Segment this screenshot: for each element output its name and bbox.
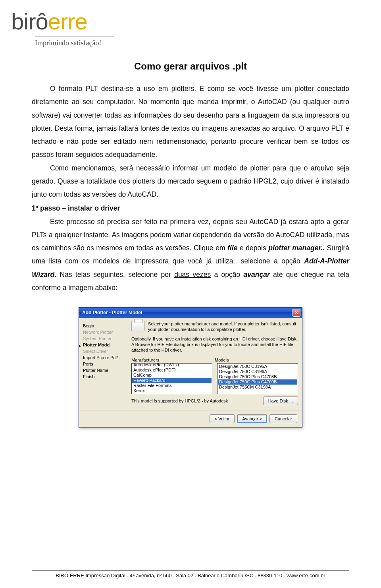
- manufacturer-row[interactable]: Autodesk ePlot (PDF): [132, 368, 212, 373]
- label-models: Models: [215, 358, 298, 362]
- tagline: Imprimindo satisfação!: [35, 39, 370, 47]
- document-body: Como gerar arquivos .plt O formato PLT d…: [0, 50, 381, 427]
- model-row[interactable]: DesignJet 755CM C3198A: [218, 385, 297, 390]
- printer-icon: [131, 321, 145, 331]
- supported-text: This model is supported by HPGL/2 - by A…: [131, 398, 228, 403]
- dialog-footer: < Voltar Avançar > Cancelar: [79, 410, 302, 427]
- dialog-main: Select your plotter manufacturer and mod…: [131, 321, 298, 405]
- manufacturer-row[interactable]: Autodesk ePlot (DWFx): [132, 363, 212, 368]
- menu-plotter-manager: plotter manager..: [268, 244, 327, 252]
- p3-d: a opção: [211, 271, 243, 279]
- model-row[interactable]: DesignJet 750C Plus C4709B: [218, 379, 297, 385]
- cancel-button[interactable]: Cancelar: [269, 414, 297, 423]
- step-title: 1º passo – instalar o driver: [32, 202, 349, 215]
- step-begin: Begin: [83, 323, 127, 329]
- page-footer: BIRÔ ERRE Impressão Digital . 4ª avenida…: [32, 571, 349, 578]
- model-row[interactable]: DesignJet 750C C3196A: [218, 369, 297, 374]
- footer-rule: [32, 571, 349, 571]
- manufacturer-row[interactable]: Xerox: [132, 388, 212, 393]
- option-avancar: avançar: [244, 271, 270, 279]
- have-disk-button[interactable]: Have Disk ...: [263, 397, 298, 405]
- close-icon: ×: [295, 310, 298, 315]
- model-row[interactable]: DesignJet 750C C3195A: [218, 364, 297, 369]
- step-network-plotter: Network Plotter: [83, 329, 127, 335]
- add-plotter-dialog: Add Plotter - Plotter Model × Begin Netw…: [79, 307, 302, 427]
- page-title: Como gerar arquivos .plt: [32, 61, 349, 72]
- p3-mid: e depois: [237, 244, 268, 252]
- logo: birôerre: [11, 8, 370, 35]
- step-ports: Ports: [83, 361, 127, 367]
- dialog-message-2: Optionally, if you have an installation …: [131, 336, 298, 353]
- step-import-pcp: Import Pcp or Pc2: [83, 354, 127, 361]
- dialog-title: Add Plotter - Plotter Model: [82, 310, 142, 315]
- step-system-printer: System Printer: [83, 335, 127, 342]
- wizard-steps: Begin Network Plotter System Printer Plo…: [83, 321, 127, 405]
- manufacturer-row[interactable]: Raster File Formats: [132, 383, 212, 388]
- paragraph-1: O formato PLT destina-se a uso em plotte…: [32, 82, 349, 162]
- dialog-titlebar[interactable]: Add Plotter - Plotter Model ×: [79, 308, 302, 318]
- manufacturers-listbox[interactable]: Autodesk ePlot (DWF)Autodesk ePlot (DWFx…: [131, 363, 212, 394]
- paragraph-2: Como mencionamos, será necessário inform…: [32, 162, 349, 201]
- manufacturer-row[interactable]: CalComp: [132, 373, 212, 378]
- next-button[interactable]: Avançar >: [237, 414, 267, 423]
- document-header: birôerre Imprimindo satisfação!: [0, 0, 381, 50]
- p3-c: . Nas telas seguintes, selecione por: [54, 271, 174, 279]
- footer-text: BIRÔ ERRE Impressão Digital . 4ª avenida…: [32, 573, 349, 578]
- logo-rule: [35, 36, 114, 37]
- step-select-driver: Select Driver: [83, 348, 127, 354]
- manufacturer-row[interactable]: Hewlett-Packard: [132, 378, 212, 383]
- step-finish: Finish: [83, 373, 127, 380]
- paragraph-3: Este processo só precisa ser feito na pr…: [32, 215, 349, 295]
- twice-underline: duas vezes: [174, 271, 211, 279]
- back-button[interactable]: < Voltar: [210, 414, 235, 423]
- step-plotter-name: Plotter Name: [83, 367, 127, 373]
- model-row[interactable]: DesignJet 750C Plus C4708B: [218, 374, 297, 379]
- logo-right: erre: [48, 8, 87, 35]
- label-manufacturers: Manufacturers: [131, 358, 215, 362]
- dialog-message-1: Select your plotter manufacturer and mod…: [148, 321, 298, 332]
- menu-file: file: [227, 244, 237, 252]
- step-plotter-model: Plotter Model: [83, 342, 127, 348]
- logo-left: birô: [11, 8, 48, 35]
- models-listbox[interactable]: DesignJet 750C C3195ADesignJet 750C C319…: [217, 363, 298, 394]
- close-button[interactable]: ×: [292, 309, 300, 317]
